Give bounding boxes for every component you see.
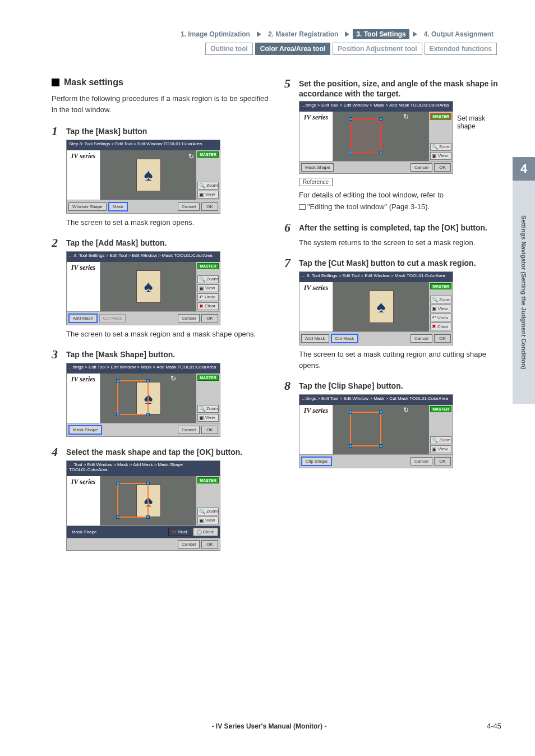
step-3: 3 Tap the [Mask Shape] button. ...ttings… bbox=[52, 348, 269, 437]
zoom-button[interactable]: 🔍Zoom bbox=[430, 296, 451, 303]
step-desc: The system returns to the screen to set … bbox=[299, 237, 501, 248]
header-tabs: Outline tool Color Area/Area tool Positi… bbox=[52, 43, 501, 55]
magnifier-icon: 🔍 bbox=[199, 406, 205, 412]
rect-icon: ▭ bbox=[172, 529, 177, 534]
device-screenshot-7: ... 8: Tool Settings > Edit Tool > Edit … bbox=[299, 271, 453, 345]
page-number: 4-45 bbox=[487, 722, 501, 730]
view-button[interactable]: ▣View bbox=[197, 191, 219, 199]
rotate-icon: ↻ bbox=[170, 375, 176, 382]
ok-button[interactable]: OK bbox=[434, 163, 451, 172]
zoom-button[interactable]: 🔍Zoom bbox=[197, 182, 219, 190]
clear-button[interactable]: ✖Clear bbox=[430, 322, 451, 330]
section-intro: Perform the following procedures if a ma… bbox=[52, 93, 269, 115]
mask-shape-button-highlighted[interactable]: Mask Shape bbox=[68, 425, 102, 435]
device-breadcrumb: ...ttings > Edit Tool > Edit Window > Ma… bbox=[299, 395, 453, 405]
master-badge: MASTER bbox=[430, 406, 451, 412]
view-button[interactable]: ▣View bbox=[430, 445, 451, 453]
view-button[interactable]: ▣View bbox=[430, 152, 451, 160]
add-mask-button[interactable]: Add Mask bbox=[301, 334, 329, 343]
cancel-button[interactable]: Cancel bbox=[411, 457, 432, 465]
magnifier-icon: 🔍 bbox=[432, 297, 438, 302]
spade-icon: ♠ bbox=[144, 278, 153, 295]
magnifier-icon: 🔍 bbox=[199, 183, 205, 188]
cut-mask-button[interactable]: Cut Mask bbox=[99, 314, 126, 322]
spade-icon: ♠ bbox=[144, 167, 153, 183]
chevron-right-icon bbox=[345, 31, 349, 37]
step-number: 7 bbox=[284, 257, 296, 269]
device-brand: IV series bbox=[71, 152, 95, 160]
device-brand: IV series bbox=[304, 284, 328, 292]
view-button[interactable]: ▣View bbox=[197, 414, 219, 422]
magnifier-icon: 🔍 bbox=[432, 437, 438, 443]
step-title: Tap the [Cut Mask] button to cut a mask … bbox=[299, 257, 476, 268]
cancel-button[interactable]: Cancel bbox=[178, 426, 200, 434]
zoom-button[interactable]: 🔍Zoom bbox=[197, 275, 219, 283]
undo-icon: ↶ bbox=[199, 294, 204, 300]
selection-rect bbox=[350, 412, 381, 446]
circle-option[interactable]: ◯Circle bbox=[193, 528, 218, 536]
undo-button[interactable]: ↶Undo bbox=[430, 314, 451, 321]
view-icon: ▣ bbox=[199, 415, 204, 421]
step-6: 6 After the setting is completed, tap th… bbox=[284, 222, 501, 248]
device-breadcrumb: ... 8: Tool Settings > Edit Tool > Edit … bbox=[67, 252, 220, 262]
chevron-right-icon bbox=[257, 31, 261, 37]
view-button[interactable]: ▣View bbox=[197, 284, 219, 292]
x-icon: ✖ bbox=[432, 324, 436, 329]
device-brand: IV series bbox=[304, 113, 328, 122]
step-title: Tap the [Clip Shape] button. bbox=[299, 380, 403, 391]
zoom-button[interactable]: 🔍Zoom bbox=[430, 143, 451, 151]
cancel-button[interactable]: Cancel bbox=[178, 540, 200, 548]
view-icon: ▣ bbox=[432, 446, 437, 452]
mask-shape-label: Mask Shape bbox=[68, 528, 100, 536]
square-bullet-icon bbox=[52, 79, 59, 86]
device-breadcrumb: Step 8: Tool Settings > Edit Tool > Edit… bbox=[67, 140, 220, 150]
undo-button[interactable]: ↶Undo bbox=[197, 293, 219, 301]
add-mask-button-highlighted[interactable]: Add Mask bbox=[68, 314, 98, 323]
rotate-icon: ↻ bbox=[188, 153, 194, 160]
tab-extended[interactable]: Extended functions bbox=[425, 43, 497, 55]
reference-label: Reference bbox=[299, 178, 333, 186]
view-button[interactable]: ▣View bbox=[430, 305, 451, 312]
ok-button[interactable]: OK bbox=[434, 457, 451, 465]
zoom-button[interactable]: 🔍Zoom bbox=[430, 436, 451, 444]
clip-shape-button-highlighted[interactable]: Clip Shape bbox=[301, 457, 332, 466]
crumb-4: 4. Output Assignment bbox=[421, 29, 497, 39]
device-brand: IV series bbox=[71, 478, 95, 486]
ok-button[interactable]: OK bbox=[201, 202, 218, 211]
cancel-button[interactable]: Cancel bbox=[411, 163, 432, 172]
zoom-button[interactable]: 🔍Zoom bbox=[197, 405, 219, 413]
clear-button[interactable]: ✖Clear bbox=[197, 302, 219, 310]
view-icon: ▣ bbox=[432, 306, 437, 311]
footer-title: - IV Series User's Manual (Monitor) - bbox=[52, 722, 487, 730]
step-title: Tap the [Add Mask] button. bbox=[66, 237, 167, 248]
window-shape-button[interactable]: Window Shape bbox=[68, 202, 107, 211]
tab-position[interactable]: Position Adjustment tool bbox=[333, 43, 422, 55]
selection-rect bbox=[117, 483, 149, 518]
ok-button[interactable]: OK bbox=[201, 540, 218, 548]
crumb-1: 1. Image Optimization bbox=[177, 29, 253, 39]
tab-color-area[interactable]: Color Area/Area tool bbox=[255, 43, 330, 55]
ok-button[interactable]: OK bbox=[201, 426, 218, 434]
tab-outline[interactable]: Outline tool bbox=[205, 43, 253, 55]
ok-button[interactable]: OK bbox=[201, 314, 218, 322]
section-title: Mask settings bbox=[64, 77, 123, 87]
rotate-icon: ↻ bbox=[403, 406, 409, 414]
spade-card-image: ♠ bbox=[136, 270, 161, 303]
cancel-button[interactable]: Cancel bbox=[178, 202, 200, 211]
chapter-side-tab: 4 Settings Navigator (Setting the Judgme… bbox=[513, 157, 535, 404]
cancel-button[interactable]: Cancel bbox=[411, 334, 432, 343]
circle-icon: ◯ bbox=[197, 529, 202, 534]
device-breadcrumb: ...ttings > Edit Tool > Edit Window > Ma… bbox=[67, 363, 220, 374]
step-7: 7 Tap the [Cut Mask] button to cut a mas… bbox=[284, 257, 501, 371]
mask-shape-button[interactable]: Mask Shape bbox=[301, 163, 334, 172]
view-button[interactable]: ▣View bbox=[197, 517, 219, 524]
reference-link: "Editing the tool window" (Page 3-15). bbox=[299, 201, 501, 213]
rect-option[interactable]: ▭Rect bbox=[168, 528, 191, 536]
mask-button-highlighted[interactable]: Mask bbox=[108, 202, 128, 211]
zoom-button[interactable]: 🔍Zoom bbox=[197, 508, 219, 515]
cancel-button[interactable]: Cancel bbox=[178, 314, 200, 322]
cut-mask-button-highlighted[interactable]: Cut Mask bbox=[331, 334, 359, 343]
view-icon: ▣ bbox=[199, 518, 204, 523]
reference-text: For details of editing the tool window, … bbox=[299, 190, 501, 201]
ok-button[interactable]: OK bbox=[434, 334, 451, 343]
